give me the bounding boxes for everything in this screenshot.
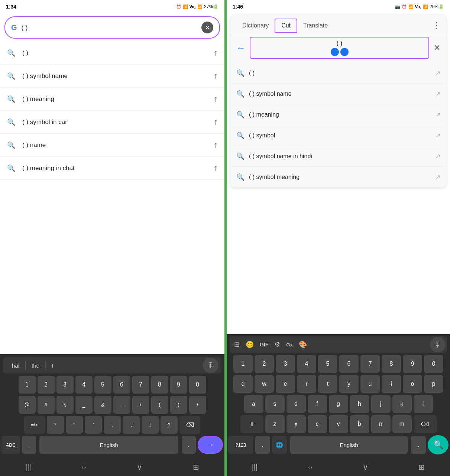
nav-r-back[interactable]: ∨	[363, 463, 368, 472]
kb-key-7[interactable]: 7	[132, 376, 149, 394]
kb-key-at[interactable]: @	[19, 396, 36, 414]
kb-r-a[interactable]: a	[244, 395, 263, 413]
kb-r-6[interactable]: 6	[339, 355, 359, 373]
kb-r-8[interactable]: 8	[382, 355, 401, 373]
kb-key-comma[interactable]: ,	[22, 436, 36, 454]
dict-item-5[interactable]: 🔍 ( ) symbol meaning ↗	[233, 167, 443, 188]
suggestion-item-2[interactable]: 🔍 ( ) meaning ↗	[0, 88, 224, 111]
kb-enter-button[interactable]: →	[198, 436, 223, 454]
kb-key-period[interactable]: .	[182, 436, 196, 454]
kb-key-1[interactable]: 1	[19, 376, 36, 394]
kb-mic-right[interactable]: 🎙	[430, 337, 446, 352]
kb-r-v[interactable]: v	[329, 415, 348, 433]
kb-r-9[interactable]: 9	[403, 355, 422, 373]
kb-key-semicolon[interactable]: ;	[123, 416, 140, 434]
kb-key-colon[interactable]: :	[104, 416, 121, 434]
kb-r-globe[interactable]: 🌐	[272, 436, 287, 454]
tab-translate[interactable]: Translate	[297, 19, 334, 32]
tab-dictionary[interactable]: Dictionary	[236, 19, 275, 32]
suggestion-item-5[interactable]: 🔍 ( ) meaning in chat ↗	[0, 157, 224, 180]
left-search-bar[interactable]: G ( ) ✕	[4, 16, 220, 39]
kb-r-4[interactable]: 4	[297, 355, 316, 373]
kb-r-c[interactable]: c	[308, 415, 327, 433]
mic-button[interactable]: 🎙	[203, 358, 218, 373]
kb-r-l[interactable]: l	[414, 395, 433, 413]
kb-r-search[interactable]: 🔍	[428, 435, 449, 454]
nav-recents-icon[interactable]: |||	[25, 463, 31, 472]
kb-r-5[interactable]: 5	[318, 355, 337, 373]
nav-r-apps[interactable]: ⊞	[418, 463, 425, 472]
kb-r-s[interactable]: s	[265, 395, 285, 413]
kb-r-k[interactable]: k	[392, 395, 412, 413]
kb-r-e[interactable]: e	[276, 375, 295, 393]
kb-r-2[interactable]: 2	[255, 355, 274, 373]
kb-key-slash[interactable]: /	[189, 396, 206, 414]
kb-key-3[interactable]: 3	[56, 376, 74, 394]
kb-r-shift[interactable]: ⇧	[240, 415, 263, 433]
kb-key-5[interactable]: 5	[94, 376, 111, 394]
kb-r-period[interactable]: .	[411, 436, 426, 454]
kb-key-underscore[interactable]: _	[75, 396, 93, 414]
kb-r-b[interactable]: b	[350, 415, 369, 433]
kb-key-amp[interactable]: &	[94, 396, 111, 414]
kb-r-y[interactable]: y	[339, 375, 359, 393]
kb-r-o[interactable]: o	[403, 375, 422, 393]
kb-key-space[interactable]: English	[39, 436, 178, 454]
kb-r-comma[interactable]: ,	[255, 436, 270, 454]
kb-r-r[interactable]: r	[297, 375, 316, 393]
kb-key-rupee[interactable]: ₹	[56, 396, 74, 414]
kb-r-backspace[interactable]: ⌫	[414, 415, 437, 433]
kb-r-j[interactable]: j	[371, 395, 391, 413]
kb-key-rparen[interactable]: )	[170, 396, 187, 414]
kb-key-9[interactable]: 9	[170, 376, 187, 394]
kb-r-f[interactable]: f	[308, 395, 327, 413]
kb-key-0[interactable]: 0	[189, 376, 206, 394]
dict-item-2[interactable]: 🔍 ( ) meaning ↗	[233, 104, 443, 125]
dict-item-4[interactable]: 🔍 ( ) symbol name in hindi ↗	[233, 146, 443, 167]
nav-r-recents[interactable]: |||	[252, 463, 258, 472]
kb-key-lparen[interactable]: (	[151, 396, 168, 414]
kb-tool-emoji[interactable]: 😊	[243, 338, 257, 351]
kb-r-7[interactable]: 7	[360, 355, 380, 373]
nav-apps-icon[interactable]: ⊞	[193, 463, 199, 472]
kb-r-space[interactable]: English	[290, 436, 408, 454]
suggestion-item-3[interactable]: 🔍 ( ) symbol in car ↗	[0, 111, 224, 134]
kb-key-8[interactable]: 8	[151, 376, 168, 394]
kb-r-p[interactable]: p	[424, 375, 443, 393]
nav-back-icon[interactable]: ∨	[137, 463, 142, 472]
nav-r-home[interactable]: ○	[308, 463, 313, 472]
kb-key-dash[interactable]: -	[113, 396, 130, 414]
kb-r-3[interactable]: 3	[276, 355, 295, 373]
kb-key-eqbk[interactable]: =\<	[24, 416, 45, 434]
kb-tool-palette[interactable]: 🎨	[296, 338, 310, 351]
kb-key-plus[interactable]: +	[132, 396, 149, 414]
kb-r-h[interactable]: h	[350, 395, 369, 413]
kb-r-num-toggle[interactable]: ?123	[228, 436, 253, 454]
suggestion-item-1[interactable]: 🔍 ( ) symbol name ↗	[0, 65, 224, 88]
kb-tool-grid[interactable]: ⊞	[231, 338, 243, 351]
kb-r-w[interactable]: w	[255, 375, 274, 393]
kb-key-squote[interactable]: '	[85, 416, 102, 434]
kb-key-abc[interactable]: ABC	[1, 436, 20, 454]
kb-r-g[interactable]: g	[329, 395, 348, 413]
kb-key-hash[interactable]: #	[38, 396, 55, 414]
clear-button[interactable]: ✕	[201, 22, 213, 33]
kb-key-backspace[interactable]: ⌫	[179, 416, 200, 434]
kb-key-2[interactable]: 2	[38, 376, 55, 394]
kb-r-n[interactable]: n	[371, 415, 391, 433]
dict-item-3[interactable]: 🔍 ( ) symbol ↗	[233, 125, 443, 146]
suggestion-item-0[interactable]: 🔍 ( ) ↗	[0, 42, 224, 65]
kb-tool-settings[interactable]: ⚙	[271, 338, 283, 351]
dict-close-button[interactable]: ✕	[434, 43, 440, 53]
kb-key-star[interactable]: *	[47, 416, 64, 434]
kb-r-i[interactable]: i	[382, 375, 401, 393]
dict-back-button[interactable]: ←	[236, 43, 245, 53]
kb-tool-gif[interactable]: GIF	[257, 339, 271, 350]
kb-r-0[interactable]: 0	[424, 355, 443, 373]
nav-home-icon[interactable]: ○	[82, 463, 86, 472]
kb-r-z[interactable]: z	[265, 415, 285, 433]
kb-r-q[interactable]: q	[233, 375, 253, 393]
kb-r-x[interactable]: x	[286, 415, 306, 433]
kb-r-1[interactable]: 1	[233, 355, 253, 373]
kb-key-4[interactable]: 4	[75, 376, 93, 394]
